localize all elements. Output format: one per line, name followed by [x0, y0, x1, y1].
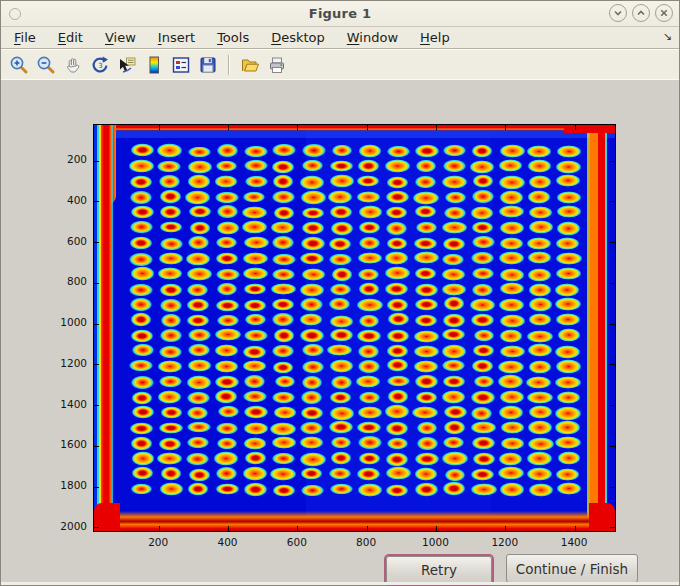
- assay-spot: [528, 483, 554, 497]
- assay-spot: [214, 175, 238, 188]
- pan-icon[interactable]: [62, 54, 84, 76]
- assay-spot: [330, 375, 353, 389]
- assay-spot: [299, 297, 323, 311]
- assay-spot: [498, 298, 525, 312]
- assay-spot: [243, 329, 269, 342]
- assay-spot: [158, 345, 183, 359]
- assay-spot: [414, 452, 439, 466]
- assay-spot: [156, 452, 183, 465]
- close-button[interactable]: [655, 4, 673, 22]
- window-titlebar: Figure 1: [1, 1, 679, 27]
- print-icon[interactable]: [266, 54, 288, 76]
- axis-tick: [610, 527, 615, 528]
- assay-spot: [131, 405, 155, 418]
- assay-spot: [158, 375, 184, 388]
- menu-item-edit[interactable]: Edit: [58, 30, 83, 45]
- colorbar-icon[interactable]: [143, 54, 165, 76]
- menu-item-tools[interactable]: Tools: [217, 30, 249, 45]
- assay-spot: [242, 345, 267, 360]
- assay-spot: [299, 283, 325, 297]
- assay-spot: [557, 328, 581, 342]
- save-icon[interactable]: [197, 54, 219, 76]
- legend-icon[interactable]: [170, 54, 192, 76]
- assay-spot: [442, 375, 466, 388]
- assay-spot: [329, 315, 354, 328]
- unshade-button[interactable]: [632, 4, 650, 22]
- assay-spot: [499, 345, 526, 358]
- assay-spot: [159, 189, 183, 204]
- assay-spot: [159, 298, 184, 313]
- assay-spot: [358, 314, 381, 328]
- assay-spot: [128, 283, 154, 298]
- assay-spot: [472, 344, 495, 357]
- axis-tick: [610, 201, 615, 202]
- assay-spot: [328, 297, 351, 311]
- assay-spot: [243, 422, 269, 436]
- plate-edge-top: [94, 125, 615, 131]
- rotate-3d-icon[interactable]: 3: [89, 54, 111, 76]
- assay-spot: [329, 406, 356, 420]
- assay-spot: [186, 283, 208, 298]
- assay-spot: [443, 206, 466, 220]
- assay-spot: [243, 405, 269, 419]
- menu-item-view[interactable]: View: [105, 30, 136, 45]
- plate-edge-right: [605, 125, 607, 531]
- zoom-out-icon[interactable]: [35, 54, 57, 76]
- assay-spot: [244, 451, 267, 465]
- assay-spot: [301, 143, 327, 158]
- assay-spot: [386, 176, 409, 189]
- assay-spot: [412, 191, 440, 205]
- assay-spot: [215, 483, 239, 496]
- assay-spot: [271, 143, 297, 156]
- assay-spot: [472, 452, 495, 466]
- assay-spot: [358, 452, 381, 465]
- assay-spot: [130, 375, 156, 390]
- axis-tick-label: 400: [205, 536, 249, 548]
- continue-finish-button[interactable]: Continue / Finish: [506, 554, 638, 583]
- window-menu-icon[interactable]: [9, 8, 21, 20]
- figure-window: Figure 1 FileEditViewInsertToolsDesktopW…: [0, 0, 680, 586]
- zoom-in-icon[interactable]: [8, 54, 30, 76]
- assay-spot: [243, 236, 271, 249]
- menu-item-desktop[interactable]: Desktop: [271, 30, 325, 45]
- assay-spot: [158, 422, 184, 435]
- shade-button[interactable]: [609, 4, 627, 22]
- axis-tick: [505, 526, 506, 531]
- assay-spot: [160, 406, 183, 419]
- menu-item-window[interactable]: Window: [347, 30, 398, 45]
- menu-item-insert[interactable]: Insert: [158, 30, 195, 45]
- assay-spot: [160, 313, 182, 328]
- assay-spot: [385, 421, 409, 436]
- assay-spot: [129, 220, 154, 235]
- assay-spot: [416, 421, 439, 435]
- assay-spot: [416, 436, 439, 451]
- assay-spot: [271, 253, 297, 266]
- assay-spot: [273, 206, 295, 220]
- assay-spot: [129, 190, 153, 205]
- assay-spot: [185, 252, 211, 266]
- menu-item-file[interactable]: File: [14, 30, 36, 45]
- menu-item-help[interactable]: Help: [420, 30, 450, 45]
- menu-overflow-icon[interactable]: ↘: [663, 30, 672, 43]
- assay-spot: [187, 146, 212, 159]
- open-folder-icon[interactable]: [239, 54, 261, 76]
- assay-spot: [384, 404, 410, 419]
- assay-spot: [499, 190, 524, 205]
- assay-spot: [386, 237, 408, 250]
- data-cursor-icon[interactable]: [116, 54, 138, 76]
- assay-spot: [242, 267, 269, 280]
- assay-spot: [299, 252, 325, 265]
- assay-spot: [242, 390, 267, 403]
- assay-spot: [442, 159, 466, 173]
- assay-spot: [470, 406, 493, 421]
- plate-edge-left: [111, 125, 113, 531]
- assay-spot: [131, 391, 154, 405]
- axis-tick: [367, 125, 368, 130]
- assay-spot: [356, 467, 381, 481]
- retry-button[interactable]: Retry: [386, 556, 492, 584]
- assay-spot: [216, 282, 238, 296]
- axis-tick: [94, 283, 99, 284]
- assay-spot: [528, 220, 554, 235]
- assay-spot: [470, 206, 494, 220]
- assay-spot: [300, 390, 323, 404]
